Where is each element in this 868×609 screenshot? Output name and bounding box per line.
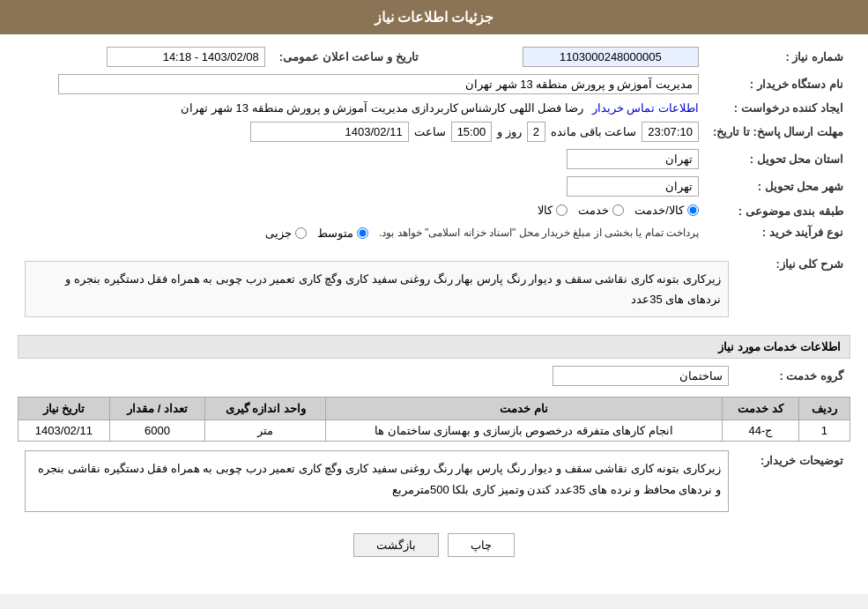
time-row: 23:07:10 ساعت باقی مانده 2 روز و 15:00 س… [25,122,699,142]
shahr-label: شهر محل تحویل : [706,173,850,200]
cell-radif: 1 [798,420,849,442]
radio-jozee-input[interactable] [295,227,307,239]
rooz-label: روز و [497,125,522,138]
dastgah-name: مدیریت آموزش و پرورش منطقه 13 شهر تهران [58,74,699,94]
header-row: ردیف کد خدمت نام خدمت واحد اندازه گیری ت… [19,397,850,420]
radio-kala[interactable]: کالا [538,204,568,217]
mohlat-label: مهلت ارسال پاسخ: تا تاریخ: [706,118,850,145]
page-wrapper: جزئیات اطلاعات نیاز شماره نیاز : 1103000… [0,0,868,594]
shenbare-value: 1103000248000005 [426,43,706,71]
tabaghe-radio-group: کالا/خدمت خدمت کالا [538,204,699,217]
time-value: 15:00 [451,122,493,142]
goroh-table: گروه خدمت : ساختمان [18,362,850,390]
info-table: شماره نیاز : 1103000248000005 تاریخ و سا… [18,43,850,243]
ijad-value: اطلاعات تماس خریدار رضا فضل اللهی کارشنا… [18,98,706,118]
sharh-table: شرح کلی نیاز: زیرکاری بتونه کاری نقاشی س… [18,250,850,329]
row-sharh: شرح کلی نیاز: زیرکاری بتونه کاری نقاشی س… [18,250,850,329]
tabaghe-label: طبقه بندی موضوعی : [706,200,850,222]
radio-kala-khadamat[interactable]: کالا/خدمت [634,204,699,217]
row-ostan: استان محل تحویل : تهران [18,145,850,173]
baqi-label: ساعت باقی مانده [551,125,636,138]
radio-khadamat-input[interactable] [612,204,624,216]
farayand-value: پرداخت تمام یا بخشی از مبلغ خریدار محل "… [18,222,706,243]
row-shahr: شهر محل تحویل : تهران [18,173,850,200]
cell-tarikh: 1403/02/11 [19,420,110,442]
ostan-value: تهران [18,145,706,173]
rooz-value: 2 [527,122,545,142]
tabaghe-value: کالا/خدمت خدمت کالا [18,200,706,222]
footer-buttons: چاپ بازگشت [18,523,850,568]
table-row: 1 ج-44 انجام کارهای متفرقه درخصوص بازساز… [19,420,850,442]
cell-nam: انجام کارهای متفرقه درخصوص بازسازی و بهس… [326,420,723,442]
time-label: ساعت [414,125,446,138]
main-content: شماره نیاز : 1103000248000005 تاریخ و سا… [0,34,868,576]
khadamat-section-title: اطلاعات خدمات مورد نیاز [18,335,850,359]
toshihat-table: توضیحات خریدار: زیرکاری بتونه کاری نقاشی… [18,447,850,516]
ostan-name: تهران [567,149,699,169]
services-table: ردیف کد خدمت نام خدمت واحد اندازه گیری ت… [18,397,850,442]
page-header: جزئیات اطلاعات نیاز [0,0,868,34]
col-kod: کد خدمت [723,397,799,420]
baqi-value: 23:07:10 [642,122,699,142]
farayand-label: نوع فرآیند خرید : [706,222,850,243]
row-toshihat: توضیحات خریدار: زیرکاری بتونه کاری نقاشی… [18,447,850,516]
row-tabaghe: طبقه بندی موضوعی : کالا/خدمت خدمت [18,200,850,222]
radio-kala-khadamat-input[interactable] [687,204,699,216]
sharh-label: شرح کلی نیاز: [736,250,850,329]
toshihat-value-cell: زیرکاری بتونه کاری نقاشی سقف و دیوار رنگ… [18,447,736,516]
table-header: ردیف کد خدمت نام خدمت واحد اندازه گیری ت… [19,397,850,420]
cell-kod: ج-44 [723,420,799,442]
date-value: 1403/02/11 [250,122,409,142]
radio-motavasset[interactable]: متوسط [317,227,368,240]
col-vahed: واحد اندازه گیری [205,397,326,420]
shahr-value: تهران [18,173,706,200]
tarikh-label: تاریخ و ساعت اعلان عمومی: [272,43,426,71]
row-goroh: گروه خدمت : ساختمان [18,362,850,390]
row-dastgah: نام دستگاه خریدار : مدیریت آموزش و پرورش… [18,71,850,98]
col-nam: نام خدمت [326,397,723,420]
row-mohlat: مهلت ارسال پاسخ: تا تاریخ: 23:07:10 ساعت… [18,118,850,145]
row-shenbare: شماره نیاز : 1103000248000005 تاریخ و سا… [18,43,850,71]
toshihat-label: توضیحات خریدار: [736,447,850,516]
tarikh-value: 1403/02/08 - 14:18 [18,43,272,71]
col-radif: ردیف [798,397,849,420]
col-tedad: تعداد / مقدار [109,397,205,420]
goroh-name: ساختمان [553,366,729,386]
radio-motavasset-input[interactable] [357,227,368,239]
page-title: جزئیات اطلاعات نیاز [375,10,494,25]
ijad-link[interactable]: اطلاعات تماس خریدار [592,101,699,115]
table-body: 1 ج-44 انجام کارهای متفرقه درخصوص بازساز… [19,420,850,442]
col-tarikh: تاریخ نیاز [19,397,110,420]
shahr-name: تهران [567,176,699,197]
radio-jozee[interactable]: جزیی [265,227,307,240]
radio-khadamat-label: خدمت [578,204,609,217]
ijad-name: رضا فضل اللهی کارشناس کاربردازی مدیریت آ… [181,101,583,115]
row-farayand: نوع فرآیند خرید : پرداخت تمام یا بخشی از… [18,222,850,243]
mohlat-value: 23:07:10 ساعت باقی مانده 2 روز و 15:00 س… [18,118,706,145]
goroh-value: ساختمان [18,362,736,390]
ijad-label: ایجاد کننده درخواست : [706,98,850,118]
sharh-value-cell: زیرکاری بتونه کاری نقاشی سقف و دیوار رنگ… [18,250,736,329]
shenbare-label: شماره نیاز : [706,43,850,71]
dastgah-value: مدیریت آموزش و پرورش منطقه 13 شهر تهران [18,71,706,98]
radio-motavasset-label: متوسط [317,227,353,240]
radio-kala-input[interactable] [556,204,568,216]
radio-kala-khadamat-label: کالا/خدمت [634,204,684,217]
radio-khadamat[interactable]: خدمت [578,204,624,217]
cell-tedad: 6000 [109,420,205,442]
tarikh-date: 1403/02/08 - 14:18 [107,47,265,67]
sharh-description: زیرکاری بتونه کاری نقاشی سقف و دیوار رنگ… [25,261,729,318]
farayand-radio-group: پرداخت تمام یا بخشی از مبلغ خریدار محل "… [265,227,699,240]
radio-jozee-label: جزیی [265,227,292,240]
radio-kala-label: کالا [538,204,553,217]
back-button[interactable]: بازگشت [353,533,439,557]
toshihat-notes: زیرکاری بتونه کاری نقاشی سقف و دیوار رنگ… [25,450,729,512]
shenbare-number: 1103000248000005 [523,47,699,67]
ostan-label: استان محل تحویل : [706,145,850,173]
dastgah-label: نام دستگاه خریدار : [706,71,850,98]
cell-vahed: متر [205,420,326,442]
row-ijad: ایجاد کننده درخواست : اطلاعات تماس خریدا… [18,98,850,118]
goroh-label: گروه خدمت : [736,362,850,390]
notice-text: پرداخت تمام یا بخشی از مبلغ خریدار محل "… [379,227,699,239]
print-button[interactable]: چاپ [448,533,515,557]
